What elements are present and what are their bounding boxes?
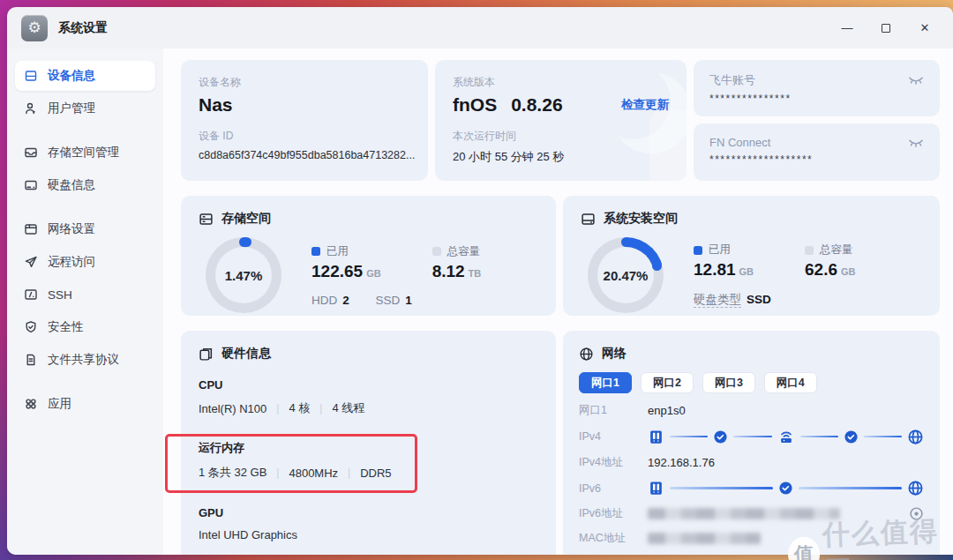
sidebar-item-label: 设备信息	[48, 68, 95, 84]
storage-total-unit: TB	[469, 268, 482, 279]
os-version: 0.8.26	[511, 94, 562, 116]
os-name: fnOS	[453, 94, 497, 116]
sidebar-item-label: SSH	[48, 288, 72, 302]
sidebar-item-label: 安全性	[48, 319, 84, 335]
ghost-decoration	[649, 110, 687, 181]
uptime-value: 20 小时 55 分钟 25 秒	[453, 149, 669, 165]
view-eye-icon[interactable]	[909, 506, 924, 521]
network-link-line	[864, 436, 902, 438]
spec-value: Intel UHD Graphics	[199, 528, 297, 541]
device-id-value: c8d8a65f374c49bf955dba5816ba4713282...	[199, 149, 410, 161]
storage-server-icon	[199, 212, 214, 227]
sidebar-item-label: 应用	[48, 396, 71, 412]
sidebar-item-storage-management[interactable]: 存储空间管理	[15, 138, 155, 168]
storage-total-value: 8.12	[432, 262, 465, 280]
network-tab-1[interactable]: 网口1	[579, 372, 632, 393]
ssd-label: SSD	[376, 294, 401, 307]
hardware-section-specs: Intel(R) N100|4 核|4 线程	[199, 400, 538, 416]
hardware-chip-icon	[199, 347, 214, 362]
storage-donut-chart: 1.47%	[206, 237, 281, 313]
ipv6-address-label: IPv6地址	[579, 506, 648, 521]
spec-value: Intel(R) N100	[199, 402, 266, 415]
total-legend-swatch	[805, 246, 814, 255]
storage-percent: 1.47%	[206, 237, 281, 313]
mac-address-label: MAC地址	[579, 531, 648, 546]
sidebar-item-disk-info[interactable]: 硬盘信息	[15, 170, 155, 200]
ipv4-address-value: 192.168.1.76	[648, 456, 715, 469]
check-icon	[778, 481, 793, 496]
hardware-info-card: 硬件信息 CPUIntel(R) N100|4 核|4 线程运行内存1 条共 3…	[181, 331, 556, 555]
spec-divider: |	[319, 402, 322, 414]
network-tab-4[interactable]: 网口4	[764, 372, 817, 393]
sidebar-item-label: 远程访问	[48, 254, 95, 270]
hardware-section-运行内存: 运行内存1 条共 32 GB|4800MHz|DDR5	[199, 440, 538, 481]
sidebar-item-apps[interactable]: 应用	[15, 389, 155, 419]
device-info-card: 设备名称 Nas 设备 ID c8d8a65f374c49bf955dba581…	[181, 60, 428, 181]
user-icon	[24, 101, 38, 116]
total-legend-swatch	[432, 247, 441, 256]
gear-icon: ⚙	[21, 15, 48, 41]
sidebar: 设备信息用户管理存储空间管理硬盘信息网络设置远程访问SSH安全性文件共享协议应用	[7, 49, 163, 555]
total-label: 总容量	[447, 244, 481, 259]
globe-icon	[907, 480, 924, 497]
fn-account-card: 飞牛账号 ***************	[694, 60, 940, 116]
network-card: 网络 网口1网口2网口3网口4 网口1 enp1s0 IPv4 IPv4地址 1…	[563, 331, 940, 555]
ipv6-label: IPv6	[579, 482, 648, 495]
spec-value: 4 核	[289, 400, 310, 416]
shield-icon	[24, 320, 38, 334]
system-card-title: 系统安装空间	[604, 211, 678, 227]
ssd-count: 1	[405, 294, 412, 307]
system-version-card: 系统版本 fnOS 0.8.26 检查更新 本次运行时间 20 小时 55 分钟…	[435, 60, 687, 181]
window-icon	[24, 222, 38, 236]
minimize-button[interactable]: —	[828, 14, 867, 42]
used-legend-swatch	[311, 247, 320, 256]
fn-account-label: 飞牛账号	[709, 72, 755, 88]
spec-value: 4800MHz	[289, 467, 338, 480]
eye-closed-icon[interactable]	[908, 74, 924, 86]
window-title: 系统设置	[58, 20, 108, 36]
storage-card-title: 存储空间	[221, 211, 271, 227]
sidebar-item-label: 用户管理	[48, 101, 95, 116]
fn-connect-card: FN Connect *******************	[694, 123, 940, 181]
hardware-card-title: 硬件信息	[221, 346, 271, 362]
maximize-button[interactable]	[867, 14, 905, 42]
check-update-link[interactable]: 检查更新	[621, 97, 669, 113]
hdd-count: 2	[342, 294, 349, 307]
network-tab-3[interactable]: 网口3	[702, 372, 755, 393]
sidebar-item-device-info[interactable]: 设备信息	[15, 61, 155, 91]
main-content: 设备名称 Nas 设备 ID c8d8a65f374c49bf955dba581…	[163, 49, 953, 555]
network-card-title: 网络	[602, 346, 627, 362]
sidebar-item-label: 网络设置	[48, 221, 95, 237]
sidebar-item-ssh[interactable]: SSH	[15, 280, 155, 310]
spec-divider: |	[348, 467, 350, 479]
storage-used-value: 122.65	[311, 262, 363, 280]
sidebar-item-security[interactable]: 安全性	[15, 312, 155, 342]
hardware-section-specs: 1 条共 32 GB|4800MHz|DDR5	[199, 465, 538, 481]
disk-type-value: SSD	[747, 293, 771, 306]
titlebar: ⚙ 系统设置 — ✕	[7, 7, 953, 49]
document-icon	[24, 353, 38, 367]
interface-value: enp1s0	[648, 404, 686, 417]
sidebar-item-network-settings[interactable]: 网络设置	[15, 214, 155, 244]
ipv4-topology-diagram	[648, 428, 924, 445]
spec-divider: |	[276, 467, 279, 479]
device-id-label: 设备 ID	[199, 129, 410, 144]
sidebar-item-user-management[interactable]: 用户管理	[15, 93, 155, 123]
donut-arc-cap	[621, 237, 631, 247]
inbox-icon	[24, 146, 38, 160]
close-button[interactable]: ✕	[905, 14, 944, 42]
hardware-section-label: CPU	[199, 378, 538, 392]
storage-space-card: 存储空间 1.47% 已用 122.65GB 总容量	[181, 196, 556, 316]
network-link-line	[733, 436, 771, 438]
ipv6-address-blurred-value	[648, 508, 840, 519]
nas-icon	[648, 480, 664, 497]
spec-value: DDR5	[360, 467, 391, 480]
system-install-space-card: 系统安装空间 20.47% 已用 12.81GB 总容量	[563, 196, 940, 316]
sidebar-item-remote-access[interactable]: 远程访问	[15, 247, 155, 277]
sidebar-item-file-sharing[interactable]: 文件共享协议	[15, 345, 155, 375]
network-link-line	[799, 487, 902, 489]
spec-value: 4 线程	[332, 400, 364, 416]
eye-closed-icon[interactable]	[908, 137, 924, 149]
sidebar-item-label: 硬盘信息	[48, 177, 95, 193]
network-tab-2[interactable]: 网口2	[641, 372, 694, 393]
